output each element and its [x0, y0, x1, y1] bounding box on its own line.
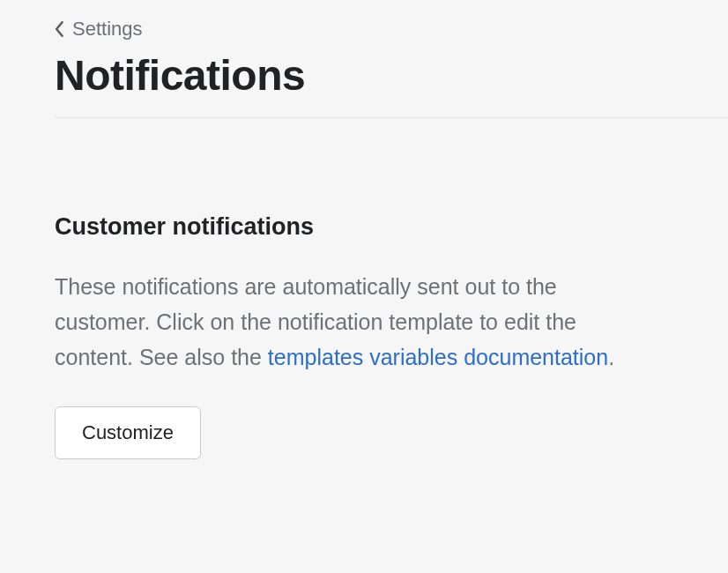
breadcrumb-label: Settings — [72, 18, 143, 41]
customer-notifications-section: Customer notifications These notificatio… — [55, 118, 619, 459]
section-description: These notifications are automatically se… — [55, 269, 619, 375]
customize-button[interactable]: Customize — [55, 406, 201, 459]
page-title: Notifications — [55, 51, 728, 100]
description-text-post: . — [608, 345, 614, 369]
templates-variables-link[interactable]: templates variables documentation — [268, 345, 608, 369]
breadcrumb-back[interactable]: Settings — [55, 18, 728, 41]
chevron-left-icon — [55, 21, 65, 37]
page-container: Settings Notifications Customer notifica… — [0, 0, 728, 459]
section-heading: Customer notifications — [55, 213, 619, 241]
